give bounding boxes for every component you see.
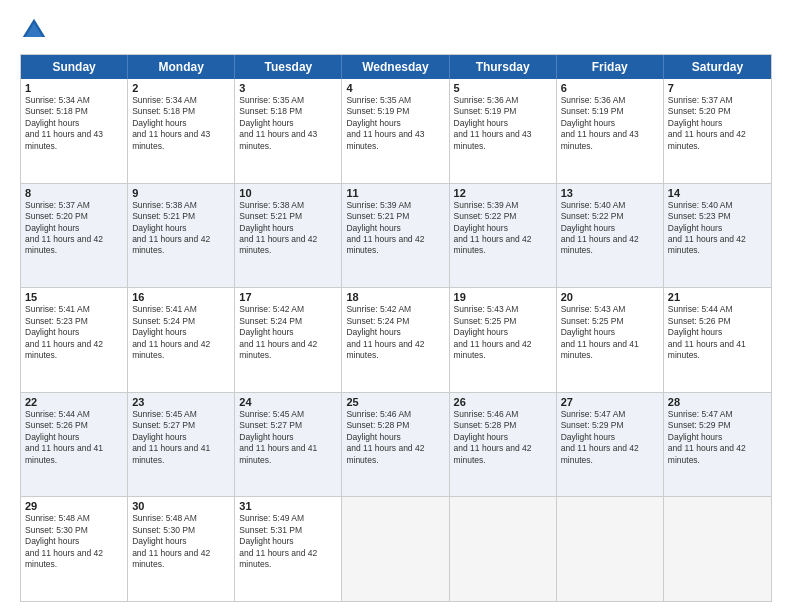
day-cell-23: 23 Sunrise: 5:45 AM Sunset: 5:27 PM Dayl…	[128, 393, 235, 497]
cell-info: Sunrise: 5:40 AM Sunset: 5:22 PM Dayligh…	[561, 200, 659, 257]
day-number: 30	[132, 500, 230, 512]
cell-info: Sunrise: 5:43 AM Sunset: 5:25 PM Dayligh…	[561, 304, 659, 361]
header-day-wednesday: Wednesday	[342, 55, 449, 79]
cell-info: Sunrise: 5:35 AM Sunset: 5:19 PM Dayligh…	[346, 95, 444, 152]
calendar-row-5: 29 Sunrise: 5:48 AM Sunset: 5:30 PM Dayl…	[21, 496, 771, 601]
cell-info: Sunrise: 5:45 AM Sunset: 5:27 PM Dayligh…	[132, 409, 230, 466]
day-cell-29: 29 Sunrise: 5:48 AM Sunset: 5:30 PM Dayl…	[21, 497, 128, 601]
cell-info: Sunrise: 5:44 AM Sunset: 5:26 PM Dayligh…	[668, 304, 767, 361]
day-cell-31: 31 Sunrise: 5:49 AM Sunset: 5:31 PM Dayl…	[235, 497, 342, 601]
day-cell-11: 11 Sunrise: 5:39 AM Sunset: 5:21 PM Dayl…	[342, 184, 449, 288]
day-cell-14: 14 Sunrise: 5:40 AM Sunset: 5:23 PM Dayl…	[664, 184, 771, 288]
day-cell-28: 28 Sunrise: 5:47 AM Sunset: 5:29 PM Dayl…	[664, 393, 771, 497]
day-number: 14	[668, 187, 767, 199]
header-day-saturday: Saturday	[664, 55, 771, 79]
day-cell-17: 17 Sunrise: 5:42 AM Sunset: 5:24 PM Dayl…	[235, 288, 342, 392]
day-number: 18	[346, 291, 444, 303]
calendar-row-3: 15 Sunrise: 5:41 AM Sunset: 5:23 PM Dayl…	[21, 287, 771, 392]
day-cell-7: 7 Sunrise: 5:37 AM Sunset: 5:20 PM Dayli…	[664, 79, 771, 183]
day-number: 7	[668, 82, 767, 94]
cell-info: Sunrise: 5:48 AM Sunset: 5:30 PM Dayligh…	[132, 513, 230, 570]
day-cell-26: 26 Sunrise: 5:46 AM Sunset: 5:28 PM Dayl…	[450, 393, 557, 497]
day-number: 2	[132, 82, 230, 94]
cell-info: Sunrise: 5:44 AM Sunset: 5:26 PM Dayligh…	[25, 409, 123, 466]
day-number: 17	[239, 291, 337, 303]
day-number: 6	[561, 82, 659, 94]
calendar-body: 1 Sunrise: 5:34 AM Sunset: 5:18 PM Dayli…	[21, 79, 771, 601]
header-day-thursday: Thursday	[450, 55, 557, 79]
day-cell-22: 22 Sunrise: 5:44 AM Sunset: 5:26 PM Dayl…	[21, 393, 128, 497]
day-cell-6: 6 Sunrise: 5:36 AM Sunset: 5:19 PM Dayli…	[557, 79, 664, 183]
cell-info: Sunrise: 5:40 AM Sunset: 5:23 PM Dayligh…	[668, 200, 767, 257]
cell-info: Sunrise: 5:38 AM Sunset: 5:21 PM Dayligh…	[132, 200, 230, 257]
day-number: 4	[346, 82, 444, 94]
day-number: 19	[454, 291, 552, 303]
cell-info: Sunrise: 5:34 AM Sunset: 5:18 PM Dayligh…	[25, 95, 123, 152]
day-number: 21	[668, 291, 767, 303]
day-cell-10: 10 Sunrise: 5:38 AM Sunset: 5:21 PM Dayl…	[235, 184, 342, 288]
empty-cell	[342, 497, 449, 601]
day-number: 23	[132, 396, 230, 408]
day-number: 31	[239, 500, 337, 512]
day-cell-13: 13 Sunrise: 5:40 AM Sunset: 5:22 PM Dayl…	[557, 184, 664, 288]
day-cell-25: 25 Sunrise: 5:46 AM Sunset: 5:28 PM Dayl…	[342, 393, 449, 497]
day-number: 27	[561, 396, 659, 408]
cell-info: Sunrise: 5:35 AM Sunset: 5:18 PM Dayligh…	[239, 95, 337, 152]
day-cell-4: 4 Sunrise: 5:35 AM Sunset: 5:19 PM Dayli…	[342, 79, 449, 183]
day-number: 1	[25, 82, 123, 94]
cell-info: Sunrise: 5:46 AM Sunset: 5:28 PM Dayligh…	[346, 409, 444, 466]
cell-info: Sunrise: 5:47 AM Sunset: 5:29 PM Dayligh…	[561, 409, 659, 466]
day-number: 9	[132, 187, 230, 199]
cell-info: Sunrise: 5:36 AM Sunset: 5:19 PM Dayligh…	[454, 95, 552, 152]
day-number: 5	[454, 82, 552, 94]
day-cell-12: 12 Sunrise: 5:39 AM Sunset: 5:22 PM Dayl…	[450, 184, 557, 288]
day-cell-16: 16 Sunrise: 5:41 AM Sunset: 5:24 PM Dayl…	[128, 288, 235, 392]
cell-info: Sunrise: 5:45 AM Sunset: 5:27 PM Dayligh…	[239, 409, 337, 466]
day-number: 24	[239, 396, 337, 408]
day-number: 11	[346, 187, 444, 199]
day-cell-5: 5 Sunrise: 5:36 AM Sunset: 5:19 PM Dayli…	[450, 79, 557, 183]
header	[20, 16, 772, 44]
day-cell-3: 3 Sunrise: 5:35 AM Sunset: 5:18 PM Dayli…	[235, 79, 342, 183]
cell-info: Sunrise: 5:47 AM Sunset: 5:29 PM Dayligh…	[668, 409, 767, 466]
empty-cell	[557, 497, 664, 601]
day-number: 15	[25, 291, 123, 303]
day-cell-19: 19 Sunrise: 5:43 AM Sunset: 5:25 PM Dayl…	[450, 288, 557, 392]
day-number: 13	[561, 187, 659, 199]
header-day-monday: Monday	[128, 55, 235, 79]
cell-info: Sunrise: 5:38 AM Sunset: 5:21 PM Dayligh…	[239, 200, 337, 257]
cell-info: Sunrise: 5:37 AM Sunset: 5:20 PM Dayligh…	[25, 200, 123, 257]
day-cell-21: 21 Sunrise: 5:44 AM Sunset: 5:26 PM Dayl…	[664, 288, 771, 392]
page: SundayMondayTuesdayWednesdayThursdayFrid…	[0, 0, 792, 612]
day-cell-9: 9 Sunrise: 5:38 AM Sunset: 5:21 PM Dayli…	[128, 184, 235, 288]
empty-cell	[450, 497, 557, 601]
cell-info: Sunrise: 5:36 AM Sunset: 5:19 PM Dayligh…	[561, 95, 659, 152]
day-cell-24: 24 Sunrise: 5:45 AM Sunset: 5:27 PM Dayl…	[235, 393, 342, 497]
empty-cell	[664, 497, 771, 601]
cell-info: Sunrise: 5:41 AM Sunset: 5:23 PM Dayligh…	[25, 304, 123, 361]
day-cell-18: 18 Sunrise: 5:42 AM Sunset: 5:24 PM Dayl…	[342, 288, 449, 392]
day-number: 25	[346, 396, 444, 408]
day-number: 26	[454, 396, 552, 408]
header-day-tuesday: Tuesday	[235, 55, 342, 79]
day-number: 22	[25, 396, 123, 408]
cell-info: Sunrise: 5:42 AM Sunset: 5:24 PM Dayligh…	[239, 304, 337, 361]
header-day-sunday: Sunday	[21, 55, 128, 79]
day-cell-20: 20 Sunrise: 5:43 AM Sunset: 5:25 PM Dayl…	[557, 288, 664, 392]
day-number: 28	[668, 396, 767, 408]
day-cell-30: 30 Sunrise: 5:48 AM Sunset: 5:30 PM Dayl…	[128, 497, 235, 601]
day-cell-8: 8 Sunrise: 5:37 AM Sunset: 5:20 PM Dayli…	[21, 184, 128, 288]
day-number: 3	[239, 82, 337, 94]
logo	[20, 16, 52, 44]
header-day-friday: Friday	[557, 55, 664, 79]
calendar-row-4: 22 Sunrise: 5:44 AM Sunset: 5:26 PM Dayl…	[21, 392, 771, 497]
cell-info: Sunrise: 5:46 AM Sunset: 5:28 PM Dayligh…	[454, 409, 552, 466]
calendar: SundayMondayTuesdayWednesdayThursdayFrid…	[20, 54, 772, 602]
day-cell-1: 1 Sunrise: 5:34 AM Sunset: 5:18 PM Dayli…	[21, 79, 128, 183]
cell-info: Sunrise: 5:48 AM Sunset: 5:30 PM Dayligh…	[25, 513, 123, 570]
cell-info: Sunrise: 5:39 AM Sunset: 5:21 PM Dayligh…	[346, 200, 444, 257]
day-number: 29	[25, 500, 123, 512]
cell-info: Sunrise: 5:41 AM Sunset: 5:24 PM Dayligh…	[132, 304, 230, 361]
logo-icon	[20, 16, 48, 44]
day-number: 10	[239, 187, 337, 199]
